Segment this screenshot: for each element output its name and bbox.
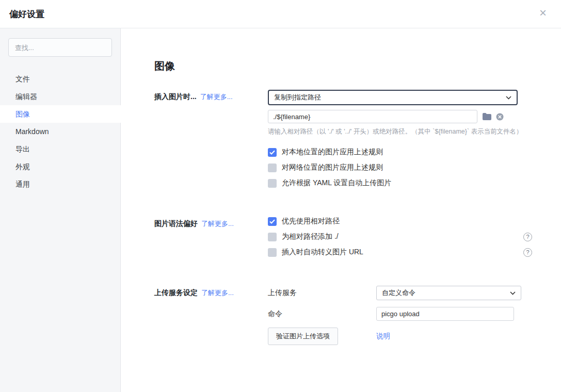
window-body: 文件 编辑器 图像 Markdown 导出 外观 通用 图像 插入图片时...了… [0,28,561,392]
upload-doc-link[interactable]: 说明 [376,332,390,341]
learn-more-link[interactable]: 了解更多... [200,93,233,101]
sidebar-item-image[interactable]: 图像 [0,105,121,123]
checkbox-row-network-images[interactable]: 对网络位置的图片应用上述规则 [268,163,532,172]
checkbox-row-add-dot-slash[interactable]: 为相对路径添加 ./ ? [268,232,532,241]
checkbox-row-local-images[interactable]: 对本地位置的图片应用上述规则 [268,148,532,157]
command-label: 命令 [268,309,376,319]
command-row: 命令 [268,307,540,321]
image-action-select[interactable]: 复制到指定路径 [268,90,518,105]
image-syntax-section-body: 优先使用相对路径 为相对路径添加 ./ ? 插入时 [268,217,540,263]
checkbox-row-yaml-upload[interactable]: 允许根据 YAML 设置自动上传图片 [268,178,532,188]
checkbox-label: 插入时自动转义图片 URL [282,248,363,257]
page-title: 图像 [154,59,540,73]
validate-upload-button[interactable]: 验证图片上传选项 [268,328,338,345]
sidebar-item-markdown[interactable]: Markdown [0,123,120,140]
close-icon[interactable]: × [539,7,547,19]
path-icons [483,113,504,121]
learn-more-link[interactable]: 了解更多... [201,289,234,297]
help-icon[interactable]: ? [523,248,532,257]
insert-rules-checkbox-list: 对本地位置的图片应用上述规则 对网络位置的图片应用上述规则 [268,148,540,188]
folder-icon[interactable] [483,113,491,120]
sidebar-item-file[interactable]: 文件 [0,70,120,88]
checkbox[interactable] [268,179,277,188]
checkbox-row-relative-path[interactable]: 优先使用相对路径 [268,217,532,226]
validate-row: 验证图片上传选项 说明 [268,328,540,345]
insert-image-section-label: 插入图片时... [154,92,197,101]
image-action-select-value: 复制到指定路径 [274,93,321,102]
search-input[interactable] [8,38,112,57]
upload-service-select[interactable]: 自定义命令 [376,286,521,300]
upload-service-section-label: 上传服务设定 [154,288,198,297]
search-box [8,38,112,57]
upload-service-section-body: 上传服务 自定义命令 命令 验 [268,286,540,352]
copy-path-input[interactable] [268,110,477,123]
sidebar: 文件 编辑器 图像 Markdown 导出 外观 通用 [0,28,121,392]
chevron-down-icon [506,96,511,100]
window-title: 偏好设置 [9,8,44,20]
checkbox[interactable] [268,164,277,172]
image-syntax-section-label: 图片语法偏好 [154,219,198,227]
checkbox[interactable] [268,248,277,257]
help-icon[interactable]: ? [523,233,532,241]
insert-image-section-body: 复制到指定路径 [268,90,540,194]
command-input[interactable] [376,307,514,321]
sidebar-item-editor[interactable]: 编辑器 [0,88,120,105]
path-hint: 请输入相对路径（以 './' 或 '../' 开头）或绝对路径。（其中 `${f… [268,127,540,136]
validate-button-col: 验证图片上传选项 [268,328,376,345]
upload-service-section: 上传服务设定了解更多... 上传服务 自定义命令 命令 [154,286,540,352]
sidebar-nav: 文件 编辑器 图像 Markdown 导出 外观 通用 [0,70,120,193]
preferences-window: 偏好设置 × 文件 编辑器 图像 Markdown 导出 外观 通用 图像 插 [0,0,561,392]
titlebar: 偏好设置 × [0,0,561,28]
section-label-col: 插入图片时...了解更多... [154,90,268,194]
sidebar-item-export[interactable]: 导出 [0,140,120,158]
checkbox-label: 优先使用相对路径 [282,217,340,226]
sidebar-item-general[interactable]: 通用 [0,175,120,193]
section-label-col: 上传服务设定了解更多... [154,286,268,352]
sidebar-item-appearance[interactable]: 外观 [0,158,120,175]
checkbox-label: 允许根据 YAML 设置自动上传图片 [282,178,391,188]
checkbox-label: 为相对路径添加 ./ [282,232,339,241]
insert-image-section: 插入图片时...了解更多... 复制到指定路径 [154,90,540,194]
learn-more-link[interactable]: 了解更多... [201,220,234,227]
chevron-down-icon [510,291,516,295]
upload-service-label: 上传服务 [268,288,376,298]
checkbox-label: 对本地位置的图片应用上述规则 [282,148,383,157]
checkbox-row-escape-url[interactable]: 插入时自动转义图片 URL ? [268,248,532,257]
upload-service-row: 上传服务 自定义命令 [268,286,540,300]
checkbox[interactable] [268,233,277,241]
image-syntax-section: 图片语法偏好了解更多... 优先使用相对路径 为相对路径添加 ./ [154,217,540,263]
settings-panel: 图像 插入图片时...了解更多... 复制到指定路径 [121,28,561,392]
checkbox-label: 对网络位置的图片应用上述规则 [282,163,383,172]
checkbox[interactable] [268,217,277,226]
upload-service-select-value: 自定义命令 [382,288,415,298]
copy-path-row [268,110,540,123]
checkbox[interactable] [268,148,277,157]
clear-input-icon[interactable] [496,113,504,121]
section-label-col: 图片语法偏好了解更多... [154,217,268,263]
